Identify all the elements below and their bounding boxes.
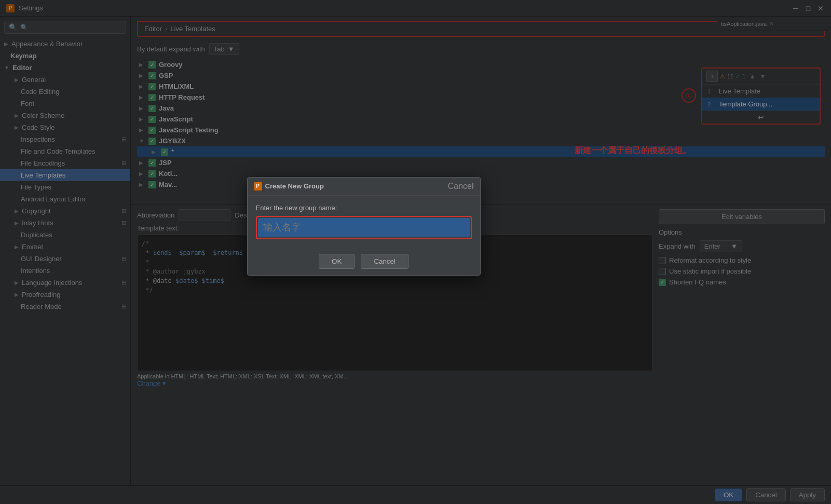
modal-app-icon: P [254, 182, 262, 190]
modal-input-container [256, 216, 472, 239]
modal-cancel-button[interactable]: Cancel [361, 254, 408, 269]
modal-label: Enter the new group name: [256, 204, 472, 212]
modal-overlay: P Create New Group Cancel Enter the new … [0, 0, 831, 504]
modal-footer: OK Cancel [248, 248, 480, 275]
create-new-group-dialog: P Create New Group Cancel Enter the new … [247, 177, 481, 276]
modal-title-left: P Create New Group [254, 182, 324, 190]
modal-ok-button[interactable]: OK [319, 254, 355, 269]
modal-body: Enter the new group name: [248, 196, 480, 248]
new-group-name-input[interactable] [258, 218, 470, 237]
modal-titlebar: P Create New Group Cancel [248, 178, 480, 196]
modal-close-button[interactable]: Cancel [448, 182, 474, 191]
modal-title: Create New Group [265, 182, 324, 190]
